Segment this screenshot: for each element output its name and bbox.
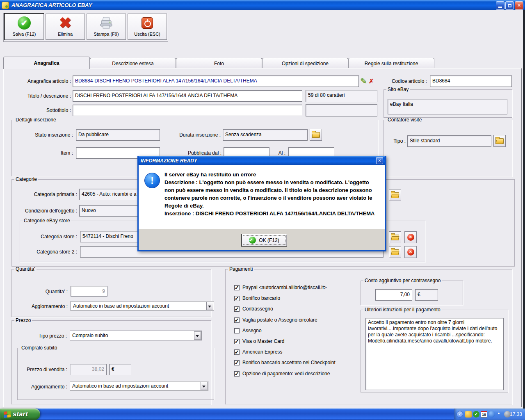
quantita-label: Quantita' : — [16, 289, 68, 294]
dettagli-inserzione-legend: Dettagli inserzione — [14, 117, 57, 123]
delete-button[interactable]: ✖ Elimina — [46, 14, 85, 40]
tab-opzioni-spedizione[interactable]: Opzioni di spedizione — [262, 58, 348, 68]
categoria-store-label: Categoria store : — [25, 234, 77, 240]
istruzioni-pagamento-legend: Ulteriori istruzioni per il pagamento — [363, 307, 442, 313]
restore-button[interactable] — [505, 1, 514, 10]
tray-messenger-icon[interactable] — [488, 411, 495, 418]
quantita-legend: Quantita' — [14, 266, 37, 272]
message-dialog: INFORMAZIONE READY ✕ ! Il server eBay ha… — [137, 156, 386, 251]
titolo-label: Titolo / descrizione : — [11, 93, 71, 99]
print-label: Stampa (F9) — [87, 32, 126, 37]
tray-antivirus-icon[interactable]: ✓ — [473, 411, 479, 418]
titolo-field[interactable]: DISCHI FRENO POSTERIORI ALFA 147/156/164… — [73, 90, 302, 102]
istruzioni-pagamento-textarea[interactable]: Accetto il pagamento entro non oltre 7 g… — [365, 318, 504, 390]
categoria-store2-label: Categoria store 2 : — [25, 249, 77, 255]
checkbox-contrassegno[interactable] — [234, 306, 240, 312]
tab-descrizione-estesa[interactable]: Descrizione estesa — [90, 58, 176, 68]
dialog-descrizione: Descrizione : L'oggetto non può essere m… — [164, 178, 379, 210]
delete-label: Elimina — [46, 32, 84, 37]
ok-label: OK (F12) — [259, 237, 279, 243]
clear-icon[interactable]: ✗ — [369, 78, 374, 85]
checkbox-assegno[interactable] — [234, 328, 240, 333]
folder-icon — [495, 138, 504, 144]
ok-check-icon — [249, 237, 256, 244]
tray-calendar-icon[interactable]: 10 — [481, 411, 487, 418]
checkbox-vaglia[interactable] — [234, 317, 240, 323]
quantita-field[interactable]: 9 — [71, 286, 107, 297]
checkbox-opzione-pagamento[interactable] — [234, 371, 240, 377]
durata-inserzione-label: Durata inserzione : — [172, 132, 221, 138]
tab-foto[interactable]: Foto — [176, 58, 262, 68]
dialog-title-text: INFORMAZIONE READY — [141, 158, 197, 164]
tray-collapse-icon[interactable]: ‹ — [457, 411, 463, 418]
chevron-down-icon[interactable] — [206, 302, 213, 310]
prezzo-legend: Prezzo — [14, 317, 32, 323]
checkbox-visa-label: Visa o Master Card — [242, 338, 285, 344]
tipo-contatore-label: Tipo : — [388, 138, 406, 144]
categoria-primaria-browse-button[interactable] — [389, 189, 401, 201]
categorie-ebay-store-legend: Categorie eBay store — [23, 218, 71, 224]
codice-articolo-field[interactable]: BD8684 — [430, 75, 512, 87]
quantita-aggiornamento-select[interactable]: Automatico in base ad impostazioni accou… — [71, 301, 214, 311]
codice-articolo-label: Codice articolo : — [383, 78, 427, 84]
exit-button[interactable]: Uscita (ESC) — [128, 14, 167, 40]
folder-icon — [391, 235, 399, 240]
categoria-store-browse-button[interactable] — [389, 231, 401, 243]
remove-icon — [407, 234, 414, 241]
info-icon: ! — [144, 173, 160, 188]
sito-ebay-legend: Sito eBay — [386, 87, 410, 92]
tipo-prezzo-select[interactable]: Compralo subito — [70, 331, 202, 340]
print-button[interactable]: Stampa (F9) — [87, 14, 126, 40]
tray-clock: 17.33 — [510, 411, 522, 417]
chevron-down-icon[interactable] — [201, 382, 208, 390]
chevron-down-icon[interactable] — [194, 331, 201, 340]
checkbox-bonifico[interactable] — [234, 296, 240, 301]
window-title: ANAGRAFICA ARTICOLO EBAY — [11, 2, 92, 8]
folder-icon — [391, 192, 399, 198]
save-label: Salva (F12) — [5, 32, 43, 37]
costo-valuta-field: € — [415, 289, 438, 301]
edit-icon[interactable]: ✎ — [360, 76, 367, 86]
checkbox-paypal-label: Paypal <autoricambi.allibrio@tiscali.it> — [242, 285, 327, 290]
ok-button[interactable]: OK (F12) — [241, 234, 287, 247]
categoria-store2-browse-button[interactable] — [389, 246, 401, 258]
start-button[interactable]: start — [0, 409, 40, 420]
checkbox-vaglia-label: Vaglia postale o Assegno circolare — [242, 317, 317, 323]
tray-yellow-icon[interactable] — [465, 411, 472, 418]
folder-icon — [312, 132, 320, 138]
checkbox-bonifico-checkpoint[interactable] — [234, 360, 240, 365]
durata-browse-button[interactable] — [310, 129, 322, 141]
checkbox-visa[interactable] — [234, 339, 240, 344]
tipo-contatore-field: Stile standard — [407, 135, 491, 147]
tab-regole-restituzione[interactable]: Regole sulla restituzione — [348, 58, 434, 68]
minimize-button[interactable] — [496, 1, 504, 10]
categoria-store-remove-button[interactable] — [404, 231, 417, 243]
sottotitolo-field[interactable] — [73, 105, 302, 116]
window-titlebar: ANAGRAFICA ARTICOLO EBAY ✕ — [0, 0, 525, 10]
dialog-close-button[interactable]: ✕ — [376, 157, 383, 164]
dialog-inserzione: Inserzione : DISCHI FRENO POSTERIORI ALF… — [164, 210, 379, 217]
categoria-store2-remove-button[interactable] — [404, 246, 417, 258]
tipo-prezzo-label: Tipo prezzo : — [16, 333, 67, 339]
checkbox-paypal[interactable] — [234, 285, 240, 290]
exit-label: Uscita (ESC) — [128, 32, 167, 37]
anagrafica-articolo-field[interactable]: BD8684-DISCHI FRENO POSTERIORI ALFA 147/… — [73, 75, 359, 87]
pubblicata-dal-label: Pubblicata dal : — [176, 150, 221, 156]
checkbox-amex[interactable] — [234, 349, 240, 355]
checkbox-assegno-label: Assegno — [242, 328, 262, 333]
compralo-subito-legend: Compralo subito — [20, 345, 58, 351]
tab-anagrafica[interactable]: Anagrafica — [3, 57, 90, 69]
save-button[interactable]: Salva (F12) — [5, 14, 44, 40]
start-label: start — [13, 410, 28, 418]
taskbar: start e ♪ ✗ Ready Pro ... Gestione si...… — [0, 409, 525, 420]
al-label: Al : — [274, 150, 285, 156]
prezzo-aggiornamento-select[interactable]: Automatico in base ad impostazioni accou… — [70, 381, 208, 391]
close-button[interactable]: ✕ — [515, 1, 523, 10]
quantita-aggiornamento-value: Automatico in base ad impostazioni accou… — [71, 301, 214, 309]
contatore-browse-button[interactable] — [493, 135, 506, 147]
item-label: Item : — [25, 150, 73, 156]
prezzo-valuta-field: € — [109, 364, 131, 375]
costo-contrassegno-field[interactable]: 7,00 — [375, 289, 412, 301]
checkbox-bonifico-label: Bonifico bancario — [242, 295, 280, 301]
stato-inserzione-label: Stato inserzione : — [25, 132, 73, 138]
